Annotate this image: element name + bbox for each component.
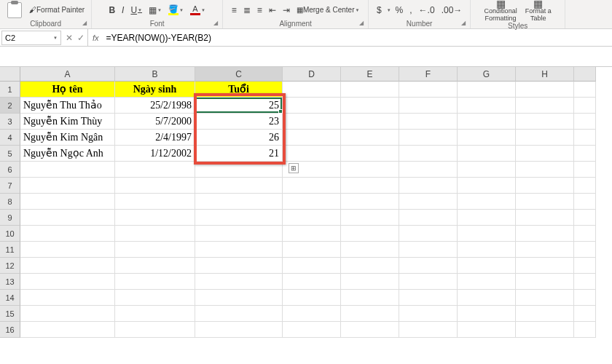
cell-A9[interactable] (20, 210, 115, 226)
cell-H15[interactable] (516, 306, 574, 322)
cell-G1[interactable] (458, 82, 516, 98)
column-header-F[interactable]: F (399, 67, 458, 82)
name-box-dropdown-icon[interactable]: ▼ (53, 36, 58, 40)
cell-E16[interactable] (341, 322, 399, 338)
cell-E4[interactable] (341, 130, 399, 146)
cell-C15[interactable] (195, 306, 283, 322)
cell-B1[interactable]: Ngày sinh (115, 82, 195, 98)
cell-C8[interactable] (195, 194, 283, 210)
cell-D16[interactable] (283, 322, 341, 338)
decimal-dec-button[interactable]: .00→ (439, 4, 465, 17)
cell-F15[interactable] (399, 306, 458, 322)
cell-D14[interactable] (283, 290, 341, 306)
row-header-8[interactable]: 8 (0, 194, 20, 210)
cell-B10[interactable] (115, 226, 195, 242)
align-center-button[interactable]: ≣ (241, 4, 253, 17)
cell-D11[interactable] (283, 242, 341, 258)
cell-tail-12[interactable] (574, 258, 596, 274)
cell-G7[interactable] (458, 178, 516, 194)
cell-H6[interactable] (516, 162, 574, 178)
cell-E11[interactable] (341, 242, 399, 258)
cell-tail-6[interactable] (574, 162, 596, 178)
cell-G9[interactable] (458, 210, 516, 226)
autofill-options-icon[interactable]: ⊞ (289, 163, 299, 173)
column-header-H[interactable]: H (516, 67, 574, 82)
cell-C13[interactable] (195, 274, 283, 290)
cell-H10[interactable] (516, 226, 574, 242)
cell-D8[interactable] (283, 194, 341, 210)
cell-tail-1[interactable] (574, 82, 596, 98)
fx-icon[interactable]: fx (88, 33, 103, 42)
cell-F16[interactable] (399, 322, 458, 338)
cell-B9[interactable] (115, 210, 195, 226)
cell-H8[interactable] (516, 194, 574, 210)
row-header-14[interactable]: 14 (0, 290, 20, 306)
cell-D3[interactable] (283, 114, 341, 130)
cell-E8[interactable] (341, 194, 399, 210)
column-header-tail[interactable] (574, 67, 596, 82)
cell-F11[interactable] (399, 242, 458, 258)
cell-E7[interactable] (341, 178, 399, 194)
cell-H2[interactable] (516, 98, 574, 114)
currency-button[interactable]: $ (374, 4, 384, 17)
paste-button[interactable] (4, 1, 25, 20)
bold-button[interactable]: B (106, 4, 117, 17)
cell-tail-15[interactable] (574, 306, 596, 322)
cell-C7[interactable] (195, 178, 283, 194)
cell-B4[interactable]: 2/4/1997 (115, 130, 195, 146)
cell-G16[interactable] (458, 322, 516, 338)
cell-C3[interactable]: 23 (195, 114, 283, 130)
cell-H5[interactable] (516, 146, 574, 162)
cell-D15[interactable] (283, 306, 341, 322)
format-painter-button[interactable]: 🖌 Format Painter (27, 4, 87, 15)
cell-A7[interactable] (20, 178, 115, 194)
cell-F14[interactable] (399, 290, 458, 306)
row-header-15[interactable]: 15 (0, 306, 20, 322)
cell-tail-13[interactable] (574, 274, 596, 290)
cell-H7[interactable] (516, 178, 574, 194)
cell-H14[interactable] (516, 290, 574, 306)
row-header-7[interactable]: 7 (0, 178, 20, 194)
cell-tail-5[interactable] (574, 146, 596, 162)
italic-button[interactable]: I (119, 4, 126, 17)
cell-B13[interactable] (115, 274, 195, 290)
cell-C1[interactable]: Tuổi (195, 82, 283, 98)
cell-D9[interactable] (283, 210, 341, 226)
underline-button[interactable]: U▼ (128, 4, 144, 17)
cell-B12[interactable] (115, 258, 195, 274)
cell-F5[interactable] (399, 146, 458, 162)
cell-G4[interactable] (458, 130, 516, 146)
cell-tail-4[interactable] (574, 130, 596, 146)
cell-H3[interactable] (516, 114, 574, 130)
cell-A15[interactable] (20, 306, 115, 322)
alignment-launcher-icon[interactable]: ◢ (359, 20, 366, 27)
row-header-2[interactable]: 2 (0, 98, 20, 114)
cell-A10[interactable] (20, 226, 115, 242)
cell-D10[interactable] (283, 226, 341, 242)
cell-E9[interactable] (341, 210, 399, 226)
merge-center-button[interactable]: ▦ Merge & Center▼ (294, 4, 362, 15)
cell-E1[interactable] (341, 82, 399, 98)
cell-F8[interactable] (399, 194, 458, 210)
cell-B16[interactable] (115, 322, 195, 338)
cell-A4[interactable]: Nguyễn Kim Ngân (20, 130, 115, 146)
cell-B14[interactable] (115, 290, 195, 306)
cell-B3[interactable]: 5/7/2000 (115, 114, 195, 130)
cell-A13[interactable] (20, 274, 115, 290)
cell-F1[interactable] (399, 82, 458, 98)
clipboard-launcher-icon[interactable]: ◢ (82, 20, 90, 27)
cell-C10[interactable] (195, 226, 283, 242)
cell-G11[interactable] (458, 242, 516, 258)
cell-B15[interactable] (115, 306, 195, 322)
cell-F9[interactable] (399, 210, 458, 226)
indent-inc-button[interactable]: ⇥ (280, 4, 292, 17)
cell-tail-11[interactable] (574, 242, 596, 258)
cell-D1[interactable] (283, 82, 341, 98)
number-launcher-icon[interactable]: ◢ (461, 20, 468, 27)
cell-tail-16[interactable] (574, 322, 596, 338)
cell-A16[interactable] (20, 322, 115, 338)
name-box[interactable]: C2 ▼ (1, 31, 61, 45)
cell-E6[interactable] (341, 162, 399, 178)
cell-tail-3[interactable] (574, 114, 596, 130)
fill-color-button[interactable]: 🪣▼ (166, 4, 186, 17)
